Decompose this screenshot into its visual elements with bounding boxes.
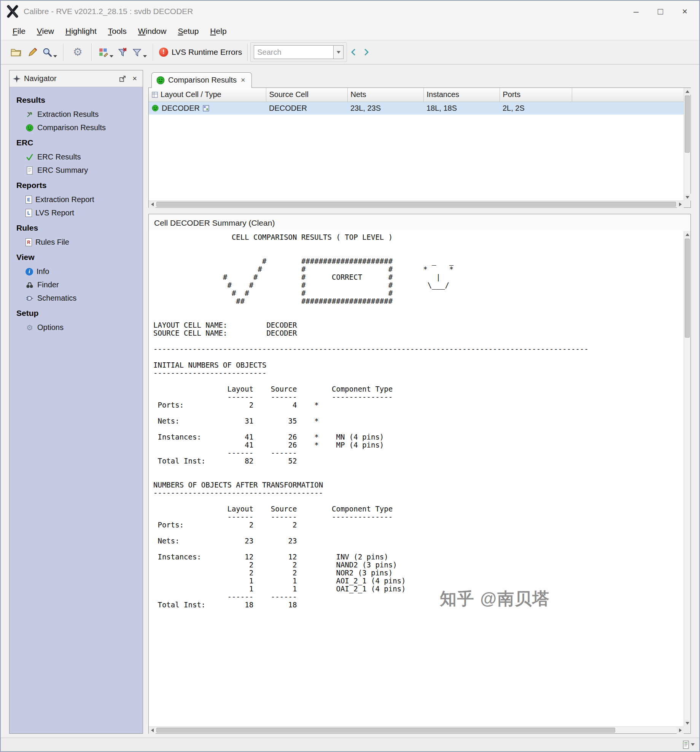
sidebar-item-label: Extraction Report [35, 195, 94, 204]
highlight-filter-button[interactable] [131, 44, 148, 61]
clear-highlights-button[interactable] [114, 44, 131, 61]
navigator-float-button[interactable] [118, 74, 127, 84]
log-document-icon [682, 741, 689, 749]
toolbar: ⚙ ! LVS Runtime Errors [1, 40, 699, 65]
sidebar-item-rules-file[interactable]: R Rules File [10, 236, 143, 249]
report-log-button[interactable] [682, 741, 695, 749]
binoculars-icon [25, 281, 34, 289]
maximize-button[interactable]: □ [648, 3, 673, 19]
scrollbar-thumb[interactable] [156, 202, 676, 207]
scrollbar-thumb[interactable] [685, 96, 690, 153]
report-document-icon: L [25, 209, 32, 217]
summary-horizontal-scrollbar[interactable] [149, 727, 684, 733]
cell-source-cell: DECODER [266, 102, 347, 115]
scroll-up-button[interactable] [684, 88, 691, 95]
minimize-button[interactable]: – [624, 3, 648, 19]
zoom-tool-button[interactable] [41, 44, 58, 61]
nav-section-setup: Setup [10, 305, 143, 321]
column-header-nets[interactable]: Nets [347, 88, 423, 102]
scroll-down-button[interactable] [684, 720, 690, 727]
tabbar: Comparison Results × [148, 70, 691, 88]
column-header-instances[interactable]: Instances [423, 88, 500, 102]
sidebar-item-erc-results[interactable]: ERC Results [10, 150, 143, 164]
sidebar-item-finder[interactable]: Finder [10, 278, 143, 292]
magnifier-icon [42, 47, 52, 57]
window-title: Calibre - RVE v2021.2_28.15 : svdb DECOD… [24, 7, 193, 16]
table-row-decoder[interactable]: DECODER DECODER 23L, 23S 18L, 18S 2L, 2S [149, 102, 684, 115]
float-window-icon [119, 75, 126, 82]
nav-section-results: Results [10, 92, 143, 108]
scrollbar-thumb[interactable] [156, 728, 615, 733]
error-icon: ! [159, 48, 168, 57]
scroll-left-button[interactable] [149, 727, 156, 734]
column-header-filler [572, 88, 684, 102]
chevron-down-icon [337, 51, 340, 54]
close-icon: × [132, 74, 137, 83]
nav-section-rules: Rules [10, 220, 143, 236]
column-header-ports[interactable]: Ports [500, 88, 572, 102]
green-smiley-icon [25, 124, 34, 132]
search-dropdown-button[interactable] [334, 45, 344, 59]
comparison-report-text: CELL COMPARISON RESULTS ( TOP LEVEL ) # … [149, 231, 690, 727]
green-smiley-icon [156, 76, 165, 84]
arrow-right-icon [363, 48, 370, 56]
navigator-titlebar: Navigator × [10, 70, 143, 87]
nav-section-reports: Reports [10, 177, 143, 193]
tab-close-button[interactable]: × [240, 76, 246, 84]
scroll-right-button[interactable] [677, 201, 684, 208]
menu-tools[interactable]: Tools [102, 24, 132, 38]
sidebar-item-label: Comparison Results [37, 123, 106, 132]
search-previous-button[interactable] [347, 45, 360, 59]
rules-file-icon: R [25, 238, 32, 246]
menu-window[interactable]: Window [132, 24, 172, 38]
navigator-compass-icon [13, 75, 21, 83]
results-horizontal-scrollbar[interactable] [149, 201, 684, 207]
scrollbar-thumb[interactable] [685, 239, 690, 338]
results-vertical-scrollbar[interactable] [684, 88, 690, 201]
document-icon [25, 166, 34, 175]
highlight-pencil-button[interactable] [24, 44, 41, 61]
column-header-source-cell[interactable]: Source Cell [266, 88, 347, 102]
chevron-down-icon [53, 55, 57, 57]
info-icon: i [25, 268, 33, 276]
menu-view[interactable]: View [31, 24, 60, 38]
menu-highlight[interactable]: Highlight [60, 24, 102, 38]
cell-grid-icon [152, 92, 158, 98]
open-folder-button[interactable] [8, 44, 24, 61]
comparison-results-table-panel: Layout Cell / Type Source Cell Nets Inst… [148, 88, 691, 208]
settings-gear-button[interactable]: ⚙ [69, 44, 86, 61]
sidebar-item-comparison-results[interactable]: Comparison Results [10, 121, 143, 134]
navigator-content: Results Extraction Results Comparison Re… [10, 87, 143, 733]
sidebar-item-erc-summary[interactable]: ERC Summary [10, 164, 143, 177]
menu-setup[interactable]: Setup [172, 24, 204, 38]
summary-vertical-scrollbar[interactable] [684, 231, 690, 727]
nav-section-erc: ERC [10, 134, 143, 150]
sidebar-item-lvs-report[interactable]: L LVS Report [10, 206, 143, 220]
titlebar: Calibre - RVE v2021.2_28.15 : svdb DECOD… [1, 1, 699, 22]
search-next-button[interactable] [360, 45, 373, 59]
highlight-colors-button[interactable] [97, 44, 114, 61]
scroll-right-button[interactable] [677, 727, 684, 734]
lvs-runtime-errors-button[interactable]: ! LVS Runtime Errors [159, 44, 242, 61]
chevron-down-icon [143, 55, 147, 57]
sidebar-item-info[interactable]: i Info [10, 265, 143, 278]
calibre-x-logo-icon [6, 5, 19, 18]
sidebar-item-extraction-results[interactable]: Extraction Results [10, 108, 143, 121]
watermark: 知乎 @南贝塔 [434, 586, 555, 612]
scroll-up-button[interactable] [684, 231, 690, 238]
menu-file[interactable]: File [7, 24, 31, 38]
statusbar [1, 738, 699, 751]
navigator-close-button[interactable]: × [130, 74, 140, 84]
scroll-left-button[interactable] [149, 201, 156, 208]
scrollbar-corner [684, 727, 690, 733]
sidebar-item-extraction-report[interactable]: E Extraction Report [10, 193, 143, 206]
scroll-down-button[interactable] [684, 194, 691, 201]
sidebar-item-schematics[interactable]: Schematics [10, 292, 143, 305]
search-input[interactable] [254, 45, 334, 59]
sidebar-item-label: ERC Results [37, 153, 81, 161]
sidebar-item-options[interactable]: ⚙ Options [10, 321, 143, 334]
tab-comparison-results[interactable]: Comparison Results × [151, 72, 252, 88]
menu-help[interactable]: Help [204, 24, 232, 38]
column-header-layout-cell[interactable]: Layout Cell / Type [149, 88, 266, 102]
close-button[interactable]: × [673, 3, 697, 19]
